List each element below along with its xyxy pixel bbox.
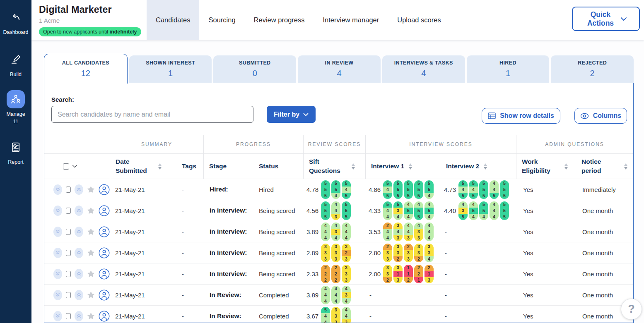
star-icon[interactable]	[87, 291, 95, 299]
row-checkbox[interactable]	[66, 271, 71, 277]
tab-all-candidates[interactable]: ALL CANDIDATES12	[44, 54, 128, 84]
star-icon[interactable]	[87, 207, 95, 214]
row-checkbox[interactable]	[66, 250, 71, 256]
sort-icon[interactable]	[624, 163, 627, 170]
score-badge: 2	[342, 250, 351, 256]
show-row-details-button[interactable]: Show row details	[482, 108, 560, 124]
sort-icon[interactable]	[564, 163, 568, 170]
candidate-avatar-icon[interactable]	[99, 311, 110, 322]
score-badge: 4	[425, 223, 434, 229]
score-badge: 3	[331, 313, 340, 319]
row-checkbox[interactable]	[66, 292, 71, 298]
sort-icon[interactable]	[352, 163, 355, 170]
interview-1-score: 2.00332313112221213	[365, 265, 441, 283]
promote-icon[interactable]	[75, 248, 83, 258]
tab-interview-manager[interactable]: Interview manager	[314, 0, 388, 40]
col-header-work-eligibility[interactable]: Work Eligibility	[516, 154, 576, 179]
score-badge: 3	[393, 223, 403, 229]
demote-icon[interactable]	[53, 206, 62, 216]
columns-button[interactable]: Columns	[574, 108, 627, 124]
score-badges: 544333443	[321, 307, 351, 323]
sort-icon[interactable]	[484, 163, 487, 170]
col-header-interview-2[interactable]: Interview 2	[441, 154, 516, 179]
col-header-date-submitted[interactable]: Date Submitted	[110, 154, 176, 179]
sort-icon[interactable]	[409, 163, 412, 170]
candidate-avatar-icon[interactable]	[99, 290, 110, 301]
tab-rejected[interactable]: REJECTED2	[551, 55, 634, 83]
col-header-sift-questions[interactable]: Sift Questions	[303, 154, 365, 179]
candidate-avatar-icon[interactable]	[99, 247, 110, 258]
score-badges: 332313112221213	[383, 265, 434, 283]
row-checkbox[interactable]	[66, 313, 71, 319]
score-badge: 2	[404, 277, 413, 283]
sidebar-item-report[interactable]: Report	[0, 138, 31, 165]
demote-icon[interactable]	[53, 290, 62, 300]
sidebar-item-build[interactable]: Build	[0, 50, 31, 77]
demote-icon[interactable]	[53, 227, 62, 237]
demote-icon[interactable]	[53, 311, 62, 321]
star-icon[interactable]	[87, 249, 95, 256]
group-progress: PROGRESS	[203, 135, 303, 153]
table-row: 21-May-21 - In Interview: Being scored 2…	[44, 263, 633, 285]
score-stack: 333	[331, 307, 340, 323]
tab-upload-scores[interactable]: Upload scores	[388, 0, 450, 40]
tab-candidates[interactable]: Candidates	[147, 0, 199, 40]
back-arrow-icon	[7, 8, 25, 26]
star-icon[interactable]	[87, 228, 95, 235]
candidate-avatar-icon[interactable]	[99, 184, 110, 195]
promote-icon[interactable]	[75, 227, 83, 237]
star-icon[interactable]	[87, 186, 95, 193]
score-badge: 4	[331, 235, 340, 241]
score-badge: 5	[500, 208, 509, 214]
demote-icon[interactable]	[53, 248, 62, 258]
score-average: 3.67	[303, 313, 321, 320]
promote-icon[interactable]	[75, 184, 83, 195]
col-header-stage[interactable]: Stage	[203, 154, 253, 179]
tab-sourcing[interactable]: Sourcing	[199, 0, 244, 40]
score-stack: 555	[500, 201, 509, 220]
score-badge: 5	[404, 180, 413, 187]
sift-questions-score: 3.89444444434	[303, 286, 365, 304]
sidebar-item-manage[interactable]: Manage 11	[0, 90, 31, 124]
score-badge: 5	[404, 187, 413, 193]
star-icon[interactable]	[87, 270, 95, 278]
tab-submitted[interactable]: SUBMITTED0	[213, 55, 296, 83]
candidate-avatar-icon[interactable]	[99, 268, 110, 280]
demote-icon[interactable]	[53, 269, 62, 279]
candidate-avatar-icon[interactable]	[99, 226, 110, 237]
score-badge: 2	[393, 256, 403, 262]
chevron-down-icon[interactable]	[72, 165, 77, 168]
tab-interviews-tasks[interactable]: INTERVIEWS & TASKS4	[382, 55, 465, 83]
sidebar-item-dashboard[interactable]: Dashboard	[0, 8, 31, 35]
col-header-status[interactable]: Status	[253, 154, 303, 179]
search-label: Search:	[51, 96, 74, 103]
col-header-interview-1[interactable]: Interview 1	[365, 154, 441, 179]
tab-shown-interest[interactable]: SHOWN INTEREST1	[129, 55, 212, 83]
tab-hired[interactable]: HIRED1	[467, 55, 550, 83]
tab-in-review[interactable]: IN REVIEW4	[298, 55, 381, 83]
interview-2-score: -	[441, 228, 516, 235]
promote-icon[interactable]	[75, 290, 83, 300]
promote-icon[interactable]	[75, 206, 83, 216]
star-icon[interactable]	[87, 312, 95, 320]
filter-by-button[interactable]: Filter by	[267, 106, 316, 123]
sort-icon[interactable]	[158, 163, 162, 170]
select-all-checkbox[interactable]	[63, 163, 69, 170]
col-header-tags[interactable]: Tags	[176, 154, 203, 179]
demote-icon[interactable]	[53, 184, 62, 195]
search-input[interactable]	[51, 106, 253, 123]
candidate-avatar-icon[interactable]	[99, 205, 110, 216]
col-header-notice-period[interactable]: Notice period	[576, 154, 633, 179]
quick-actions-button[interactable]: Quick Actions	[572, 7, 640, 31]
help-button[interactable]: ?	[621, 299, 642, 320]
score-badge: 3	[383, 271, 392, 277]
score-badge: 5	[414, 208, 423, 214]
score-average: 4.73	[441, 186, 458, 193]
tab-review-progress[interactable]: Review progress	[245, 0, 314, 40]
row-checkbox[interactable]	[66, 229, 71, 235]
promote-icon[interactable]	[75, 311, 83, 321]
row-checkbox[interactable]	[66, 187, 71, 193]
score-stack: 555	[393, 180, 403, 199]
promote-icon[interactable]	[75, 269, 83, 279]
row-checkbox[interactable]	[66, 208, 71, 214]
